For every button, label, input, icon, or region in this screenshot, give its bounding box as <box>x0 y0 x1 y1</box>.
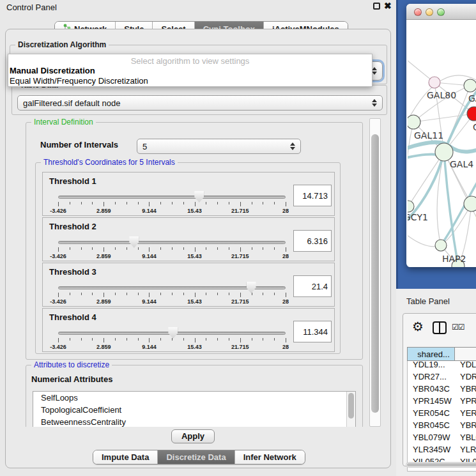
network-node-hap2[interactable] <box>435 240 447 251</box>
tab-impute-data-label: Impute Data <box>102 452 149 462</box>
table-row[interactable]: YBR045CYBR0 <box>408 420 476 432</box>
tick-label: 28 <box>282 298 289 305</box>
threshold-slider-track[interactable] <box>58 241 286 244</box>
threshold-panel: Threshold 4 -3.4262.8599.14415.4321.7152… <box>42 308 335 352</box>
table-cell[interactable]: YER054C <box>408 408 455 420</box>
tick-label: 9.144 <box>142 208 157 214</box>
table-cell[interactable]: YBR0 <box>455 420 476 432</box>
threshold-value-field[interactable]: 21.4 <box>293 275 332 297</box>
table-cell[interactable]: YBR043C <box>408 383 455 395</box>
table-cell[interactable]: YLR3 <box>455 444 476 456</box>
table-row[interactable]: YDR27...YDR2 <box>408 371 476 383</box>
slider-ticks <box>58 202 286 207</box>
tick-label: 9.144 <box>142 298 157 305</box>
threshold-label: Threshold 2 <box>49 222 96 231</box>
threshold-slider-thumb[interactable] <box>168 327 178 339</box>
tick-label: -3.426 <box>50 298 66 305</box>
table-row[interactable]: YBL079WYBL0 <box>408 432 476 444</box>
select-columns-checkboxes-icon[interactable]: ☑☑ <box>452 323 464 332</box>
attribute-item-topologicalcoefficient[interactable]: TopologicalCoefficient <box>33 404 355 416</box>
settings-scrollbar[interactable] <box>369 118 381 427</box>
close-icon[interactable]: ✖ <box>384 1 392 11</box>
table-cell[interactable]: YLR345W <box>408 444 455 456</box>
table-row[interactable]: YPR145WYPR1 <box>408 395 476 408</box>
tick-label: 21.715 <box>231 253 249 259</box>
threshold-value-field[interactable]: 11.344 <box>293 321 332 342</box>
table-cell[interactable]: YER0 <box>455 408 476 420</box>
algorithm-option-manual-discretization[interactable]: Manual Discretization <box>8 66 372 76</box>
table-row[interactable]: YBR043CYBR0 <box>408 383 476 395</box>
tick-label: 2.859 <box>96 208 111 214</box>
scrollbar-thumb[interactable] <box>371 134 379 413</box>
table-cell[interactable]: YPR1 <box>455 395 476 408</box>
tick-label: 15.43 <box>187 253 202 259</box>
tab-discretize-data[interactable]: Discretize Data <box>158 450 234 464</box>
gear-icon[interactable]: ⚙ <box>412 319 424 334</box>
threshold-value-field[interactable]: 6.316 <box>293 230 332 252</box>
table-cell[interactable]: YDR2 <box>455 371 476 383</box>
tick-label: 2.859 <box>96 298 111 305</box>
algorithm-option-equal-width-frequency-discretization[interactable]: Equal Width/Frequency Discretization <box>8 76 372 86</box>
list-scrollbar[interactable] <box>346 392 355 427</box>
algorithm-hint: Select algorithm to view settings <box>8 56 372 66</box>
slider-tick-labels: -3.4262.8599.14415.4321.71528 <box>58 208 286 215</box>
number-of-intervals-combobox[interactable]: 5 <box>137 139 301 154</box>
close-traffic-light[interactable] <box>414 8 422 16</box>
table-row[interactable]: YDL19...YDL1 <box>408 359 476 371</box>
table-data-combobox[interactable]: galFiltered.sif default node <box>17 95 383 111</box>
node-label-g: G <box>473 122 476 132</box>
threshold-slider-thumb[interactable] <box>129 236 139 248</box>
tab-impute-data[interactable]: Impute Data <box>93 450 158 464</box>
table-header-row[interactable]: shared...na <box>407 347 476 359</box>
tick-label: 28 <box>282 344 289 350</box>
table-cell[interactable]: YDR27... <box>408 371 455 383</box>
table-cell[interactable]: YBL079W <box>408 432 455 444</box>
zoom-traffic-light[interactable] <box>437 8 445 16</box>
attribute-item-selfloops[interactable]: SelfLoops <box>33 392 355 404</box>
tick-label: 9.144 <box>142 344 157 350</box>
threshold-slider-thumb[interactable] <box>194 191 204 203</box>
table-cell[interactable]: YBL0 <box>455 432 476 444</box>
interval-definition-group: Interval Definition Number of Intervals … <box>26 122 363 360</box>
numerical-attributes-list[interactable]: SelfLoopsTopologicalCoefficientBetweenne… <box>33 391 356 427</box>
network-node-gal80[interactable] <box>429 77 440 88</box>
table-hscrollbar[interactable] <box>406 462 476 468</box>
threshold-value-field[interactable]: 14.713 <box>293 185 332 206</box>
table-data-group: Table Data galFiltered.sif default node <box>12 85 387 115</box>
tick-label: 28 <box>282 208 289 214</box>
hscrollbar-thumb[interactable] <box>407 463 476 466</box>
slider-tick-labels: -3.4262.8599.14415.4321.71528 <box>58 344 286 351</box>
network-node-gal11[interactable] <box>408 115 420 129</box>
network-node-h[interactable] <box>464 196 476 211</box>
node-label-hap2: HAP2 <box>442 254 466 264</box>
threshold-slider-track[interactable] <box>58 196 286 199</box>
threshold-slider-thumb[interactable] <box>247 282 256 293</box>
tab-infer-network[interactable]: Infer Network <box>235 450 305 464</box>
attribute-item-betweennesscentrality[interactable]: BetweennessCentrality <box>33 416 355 427</box>
apply-button[interactable]: Apply <box>171 429 215 443</box>
thresholds-group-title: Threshold's Coordinates for 5 Intervals <box>41 158 178 167</box>
algorithm-dropdown-popup: Select algorithm to view settings Manual… <box>8 54 372 87</box>
minimize-traffic-light[interactable] <box>426 8 433 16</box>
slider-tick-labels: -3.4262.8599.14415.4321.71528 <box>58 253 286 260</box>
threshold-panel: Threshold 2 -3.4262.8599.14415.4321.7152… <box>42 217 335 261</box>
table-cell[interactable]: YBR0 <box>455 383 476 395</box>
slider-tick-labels: -3.4262.8599.14415.4321.71528 <box>58 298 286 305</box>
table-cell[interactable]: YDL1 <box>455 359 476 371</box>
network-node-gcy1[interactable] <box>408 201 414 212</box>
columns-icon[interactable] <box>433 321 447 334</box>
network-node-gal4[interactable] <box>435 143 453 161</box>
table-row[interactable]: YER054CYER0 <box>408 408 476 420</box>
network-node-ga[interactable] <box>464 79 476 92</box>
table-cell[interactable]: YPR145W <box>408 395 455 408</box>
table-row[interactable]: YLR345WYLR3 <box>408 444 476 456</box>
float-window-icon[interactable] <box>373 3 380 10</box>
node-label-gcy1: GCY1 <box>408 212 428 222</box>
table-cell[interactable]: YDL19... <box>408 359 455 371</box>
tab-infer-network-label: Infer Network <box>243 452 296 462</box>
node-table[interactable]: shared...na YDL19...YDL1YDR27...YDR2YBR0… <box>407 347 476 472</box>
threshold-label: Threshold 3 <box>49 267 96 277</box>
network-canvas[interactable]: GAL80GAGGAL11GAL4GCY1HHAP2 <box>408 20 476 267</box>
network-window-titlebar[interactable] <box>406 4 476 20</box>
table-cell[interactable]: YBR045C <box>408 420 455 432</box>
